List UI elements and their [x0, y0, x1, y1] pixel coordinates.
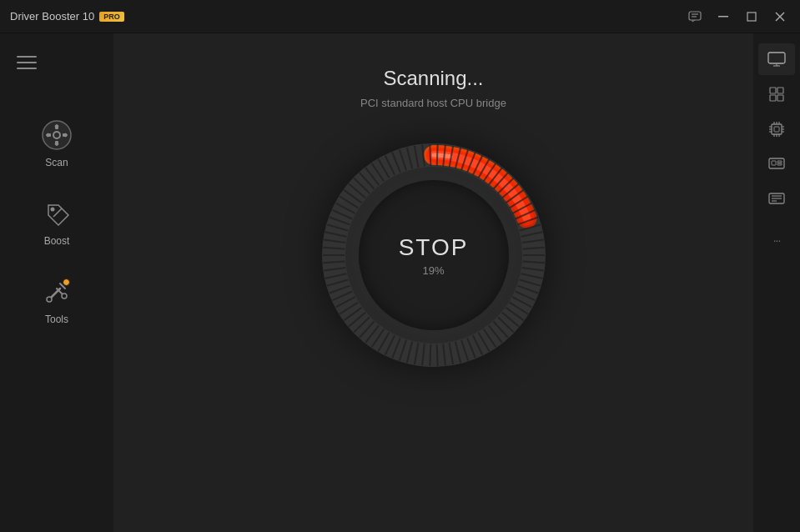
stop-button[interactable]: STOP 19%	[359, 180, 509, 330]
svg-rect-0	[689, 12, 701, 20]
svg-rect-144	[777, 163, 782, 165]
svg-rect-3	[718, 16, 728, 18]
scan-icon-wrapper	[40, 118, 73, 152]
boost-icon-wrapper	[40, 197, 73, 230]
display1-icon	[768, 158, 785, 171]
pro-badge: PRO	[99, 12, 124, 22]
menu-line-2	[17, 62, 37, 63]
percent-label: 19%	[422, 264, 444, 277]
titlebar-controls	[682, 5, 793, 28]
menu-line-3	[17, 68, 37, 69]
windows-icon	[769, 87, 784, 102]
more-dots: ...	[773, 231, 781, 244]
sidebar-item-scan[interactable]: Scan	[0, 108, 113, 178]
svg-rect-143	[777, 161, 782, 163]
feedback-button[interactable]	[682, 5, 708, 28]
progress-circle[interactable]: STOP 19%	[321, 143, 546, 368]
svg-rect-123	[770, 88, 776, 93]
svg-rect-125	[770, 95, 776, 101]
scanning-title: Scanning...	[383, 67, 483, 90]
tools-icon-wrapper	[40, 275, 73, 309]
monitor-icon	[767, 52, 786, 67]
svg-point-9	[54, 133, 59, 138]
svg-rect-120	[768, 53, 785, 63]
boost-label: Boost	[44, 235, 70, 247]
tools-badge	[63, 279, 70, 286]
scanning-subtitle: PCI standard host CPU bridge	[360, 97, 506, 109]
svg-point-21	[47, 297, 52, 302]
svg-rect-128	[774, 127, 779, 132]
tools-label: Tools	[45, 314, 68, 325]
display2-icon	[768, 193, 785, 206]
svg-line-19	[53, 208, 62, 217]
scan-label: Scan	[45, 157, 68, 168]
menu-button[interactable]	[17, 50, 50, 75]
right-panel-display2-button[interactable]	[758, 183, 795, 215]
right-panel: ...	[753, 33, 800, 532]
sidebar-item-tools[interactable]: Tools	[0, 265, 113, 335]
right-panel-more-button[interactable]: ...	[758, 222, 795, 253]
chip-icon	[768, 121, 785, 138]
svg-rect-124	[777, 88, 783, 93]
right-panel-display1-button[interactable]	[758, 148, 795, 180]
svg-point-18	[51, 208, 55, 212]
svg-rect-127	[772, 124, 782, 134]
right-panel-windows-button[interactable]	[758, 78, 795, 110]
titlebar-left: Driver Booster 10 PRO	[10, 10, 124, 23]
content-area: Scanning... PCI standard host CPU bridge	[113, 33, 753, 532]
close-button[interactable]	[767, 5, 793, 28]
app-title-text: Driver Booster 10	[10, 10, 94, 23]
maximize-button[interactable]	[738, 5, 765, 28]
right-panel-chip-button[interactable]	[758, 113, 795, 145]
svg-point-24	[62, 294, 67, 299]
right-panel-monitor-button[interactable]	[758, 43, 795, 75]
svg-rect-4	[747, 13, 756, 21]
svg-rect-126	[777, 95, 783, 101]
main-layout: Scan Boost	[0, 33, 800, 532]
sidebar: Scan Boost	[0, 33, 113, 532]
scan-icon	[41, 119, 73, 151]
minimize-button[interactable]	[710, 5, 737, 28]
menu-line-1	[17, 56, 37, 58]
app-title: Driver Booster 10 PRO	[10, 10, 124, 23]
svg-rect-142	[772, 161, 776, 165]
titlebar: Driver Booster 10 PRO	[0, 0, 800, 33]
stop-label: STOP	[399, 234, 469, 261]
boost-icon	[42, 198, 72, 228]
sidebar-item-boost[interactable]: Boost	[0, 187, 113, 257]
